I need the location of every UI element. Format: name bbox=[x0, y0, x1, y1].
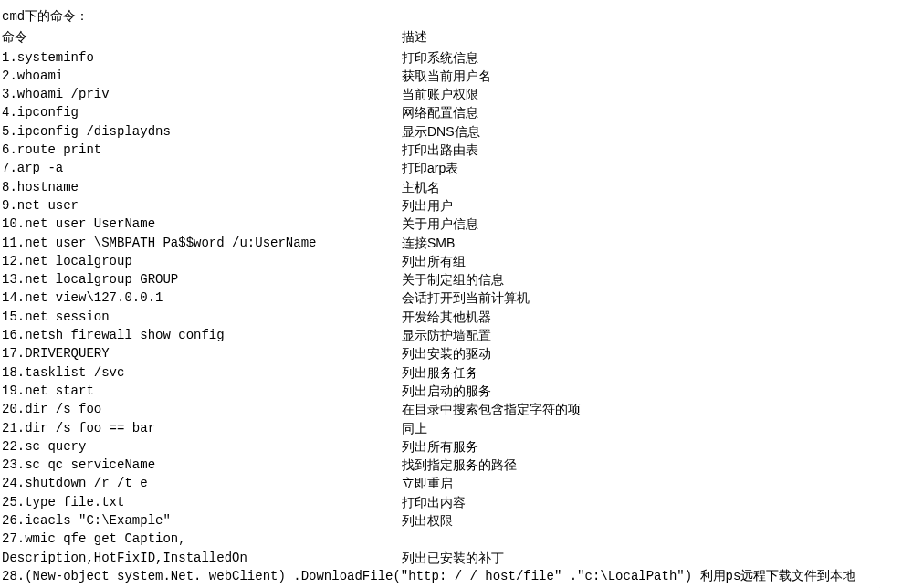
command-cell: 20.dir /s foo bbox=[2, 400, 402, 418]
table-row: 27.wmic qfe get Caption, bbox=[2, 530, 911, 548]
description-cell: 列出权限 bbox=[402, 511, 453, 530]
command-cell: Description,HotFixID,InstalledOn bbox=[2, 549, 402, 567]
command-cell: 18.tasklist /svc bbox=[2, 363, 402, 382]
table-row: 17.DRIVERQUERY列出安装的驱动 bbox=[2, 344, 911, 362]
description-cell: 连接SMB bbox=[402, 234, 455, 252]
header-description-label: 描述 bbox=[402, 27, 427, 46]
description-cell: 同上 bbox=[402, 419, 427, 437]
description-cell: 在目录中搜索包含指定字符的项 bbox=[402, 400, 581, 418]
table-row: 2.whoami获取当前用户名 bbox=[2, 67, 911, 85]
command-cell: 23.sc qc serviceName bbox=[2, 456, 402, 474]
command-cell: 14.net view\127.0.0.1 bbox=[2, 289, 402, 307]
description-cell: 当前账户权限 bbox=[402, 85, 478, 103]
table-row: 13.net localgroup GROUP关于制定组的信息 bbox=[2, 270, 911, 289]
table-row: 15.net session开发给其他机器 bbox=[2, 308, 911, 326]
command-cell: 9.net user bbox=[2, 196, 402, 215]
description-cell: 立即重启 bbox=[402, 474, 453, 492]
command-cell: 13.net localgroup GROUP bbox=[2, 270, 402, 289]
table-row: 9.net user列出用户 bbox=[2, 196, 911, 215]
table-row: 19.net start列出启动的服务 bbox=[2, 382, 911, 400]
table-row: 1.systeminfo打印系统信息 bbox=[2, 48, 911, 67]
command-cell: 24.shutdown /r /t e bbox=[2, 474, 402, 492]
command-cell: 25.type file.txt bbox=[2, 493, 402, 511]
description-cell: 获取当前用户名 bbox=[402, 67, 491, 85]
command-cell: 16.netsh firewall show config bbox=[2, 326, 402, 344]
table-row: 21.dir /s foo == bar同上 bbox=[2, 419, 911, 437]
table-row: Description,HotFixID,InstalledOn 列出已安装的补… bbox=[2, 549, 911, 567]
description-cell: 打印arp表 bbox=[402, 159, 458, 177]
description-cell: 主机名 bbox=[402, 178, 440, 196]
description-cell: 列出所有组 bbox=[402, 252, 466, 270]
description-cell: 显示防护墙配置 bbox=[402, 326, 491, 344]
table-header-row: 命令 描述 bbox=[2, 27, 911, 46]
table-row: 7.arp -a打印arp表 bbox=[2, 159, 911, 177]
description-cell: 打印出路由表 bbox=[402, 141, 478, 159]
description-cell: 开发给其他机器 bbox=[402, 308, 491, 326]
header-command-label: 命令 bbox=[2, 27, 402, 46]
command-cell: 12.net localgroup bbox=[2, 252, 402, 270]
description-cell: 列出用户 bbox=[402, 196, 453, 215]
table-row: 16.netsh firewall show config显示防护墙配置 bbox=[2, 326, 911, 344]
description-cell: 关于用户信息 bbox=[402, 215, 478, 233]
command-cell: 1.systeminfo bbox=[2, 48, 402, 67]
description-cell: 会话打开到当前计算机 bbox=[402, 289, 530, 307]
table-row: 22.sc query列出所有服务 bbox=[2, 437, 911, 456]
command-cell: 6.route print bbox=[2, 141, 402, 159]
document-container: cmd下的命令： 命令 描述 1.systeminfo打印系统信息2.whoam… bbox=[2, 7, 911, 588]
document-title: cmd下的命令： bbox=[2, 7, 911, 26]
table-row: 26.icacls "C:\Example"列出权限 bbox=[2, 511, 911, 530]
command-cell: 15.net session bbox=[2, 308, 402, 326]
table-row: 4.ipconfig网络配置信息 bbox=[2, 103, 911, 121]
table-row: 28.(New-object system.Net. webClient) .D… bbox=[2, 567, 911, 585]
table-row: 5.ipconfig /displaydns显示DNS信息 bbox=[2, 122, 911, 141]
table-row: 23.sc qc serviceName找到指定服务的路径 bbox=[2, 456, 911, 474]
command-rows: 1.systeminfo打印系统信息2.whoami获取当前用户名3.whoam… bbox=[2, 48, 911, 530]
description-cell: 显示DNS信息 bbox=[402, 122, 480, 141]
command-cell: 11.net user \SMBPATH Pa$$word /u:UserNam… bbox=[2, 234, 402, 252]
command-cell: 7.arp -a bbox=[2, 159, 402, 177]
description-cell: 打印系统信息 bbox=[402, 48, 478, 67]
command-cell: 2.whoami bbox=[2, 67, 402, 85]
command-cell: 8.hostname bbox=[2, 178, 402, 196]
description-cell: 列出服务任务 bbox=[402, 363, 478, 382]
table-row: 25.type file.txt打印出内容 bbox=[2, 493, 911, 511]
command-cell: 22.sc query bbox=[2, 437, 402, 456]
command-cell: 17.DRIVERQUERY bbox=[2, 344, 402, 362]
command-cell: 27.wmic qfe get Caption, bbox=[2, 530, 402, 548]
description-cell: 列出所有服务 bbox=[402, 437, 478, 456]
command-cell: 26.icacls "C:\Example" bbox=[2, 511, 402, 530]
description-cell: 列出已安装的补丁 bbox=[402, 549, 504, 567]
table-row: 3.whoami /priv当前账户权限 bbox=[2, 85, 911, 103]
description-cell: 打印出内容 bbox=[402, 493, 466, 511]
command-cell: 5.ipconfig /displaydns bbox=[2, 122, 402, 141]
table-row: 12.net localgroup列出所有组 bbox=[2, 252, 911, 270]
description-cell: 找到指定服务的路径 bbox=[402, 456, 517, 474]
table-row: 24.shutdown /r /t e立即重启 bbox=[2, 474, 911, 492]
description-cell: 列出安装的驱动 bbox=[402, 344, 491, 362]
table-row: 18.tasklist /svc列出服务任务 bbox=[2, 363, 911, 382]
table-row: 14.net view\127.0.0.1会话打开到当前计算机 bbox=[2, 289, 911, 307]
command-cell: 21.dir /s foo == bar bbox=[2, 419, 402, 437]
table-row: 10.net user UserName关于用户信息 bbox=[2, 215, 911, 233]
table-row: 8.hostname主机名 bbox=[2, 178, 911, 196]
table-row: 6.route print打印出路由表 bbox=[2, 141, 911, 159]
table-row: 11.net user \SMBPATH Pa$$word /u:UserNam… bbox=[2, 234, 911, 252]
description-cell: 列出启动的服务 bbox=[402, 382, 491, 400]
command-cell: 3.whoami /priv bbox=[2, 85, 402, 103]
description-cell: 网络配置信息 bbox=[402, 103, 478, 121]
table-row: 20.dir /s foo在目录中搜索包含指定字符的项 bbox=[2, 400, 911, 418]
command-cell: 19.net start bbox=[2, 382, 402, 400]
command-cell: 10.net user UserName bbox=[2, 215, 402, 233]
description-cell: 关于制定组的信息 bbox=[402, 270, 504, 289]
command-cell: 4.ipconfig bbox=[2, 103, 402, 121]
